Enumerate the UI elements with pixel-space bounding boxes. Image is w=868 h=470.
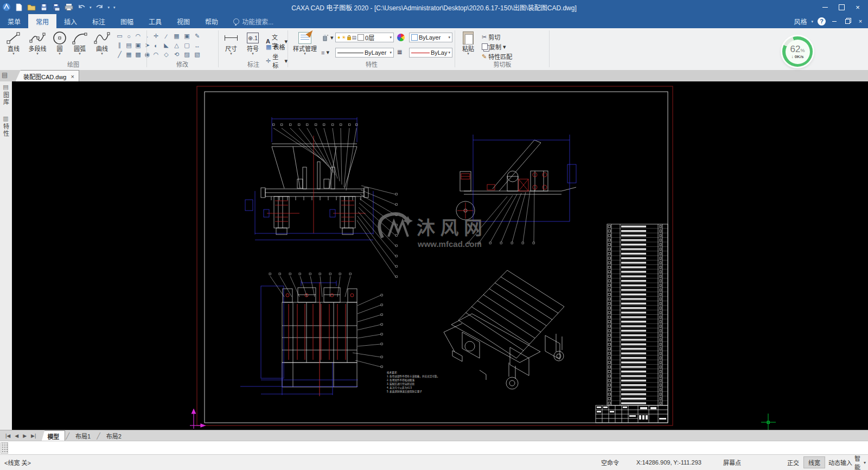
style-caret[interactable]: ▾ (811, 20, 813, 23)
paste-button[interactable]: 粘贴▾ (459, 30, 477, 55)
ortho-toggle[interactable]: 正交 (783, 455, 803, 470)
layer-combo[interactable]: ● ☀ ▤ 0层 ▾ (335, 33, 394, 42)
arc-small-icon[interactable]: ◠ (133, 31, 143, 41)
first-tab-button[interactable]: |◀ (5, 433, 10, 439)
polyline-button[interactable]: 多段线▾ (25, 30, 50, 55)
open-file-icon[interactable] (27, 3, 36, 11)
spray-button[interactable]: ▾ (321, 34, 334, 41)
doc-minimize-button[interactable] (830, 17, 839, 26)
screen-point-mode[interactable]: 屏幕点 (723, 455, 741, 470)
tab-view[interactable]: 视图 (169, 14, 197, 28)
explode-icon[interactable]: ▨ (182, 50, 192, 59)
line-button[interactable]: 直线▾ (3, 30, 24, 55)
rotate-icon[interactable]: ◐ (151, 41, 161, 50)
redo-caret[interactable]: ▾ (108, 5, 110, 9)
tab-annotate[interactable]: 标注 (85, 14, 113, 28)
sidebar-tab-library[interactable]: ▤ 图库 (0, 84, 11, 106)
ellipse-icon[interactable]: ○ (124, 31, 133, 41)
smart-snap-caret[interactable]: ▾ (864, 455, 866, 470)
array-icon[interactable]: ▦ (171, 31, 182, 41)
print-icon[interactable] (65, 3, 73, 11)
last-tab-button[interactable]: ▶| (31, 433, 36, 439)
color-combo[interactable]: ByLayer ▾ (409, 33, 452, 42)
arc-button[interactable]: 圆弧▾ (69, 30, 90, 55)
slash-icon[interactable]: ╱ (115, 50, 124, 59)
panel-icon[interactable]: ▤ (2, 71, 8, 79)
circle-button[interactable]: 圆▾ (51, 30, 68, 55)
edit-icon[interactable]: ✎ (192, 31, 202, 41)
curve-button[interactable]: 曲线▾ (91, 30, 113, 55)
tab-layout1[interactable]: 布局1 (70, 430, 96, 441)
lineweight-toggle-button[interactable]: ▦ (397, 49, 402, 55)
move-icon[interactable]: ✛ (151, 31, 161, 41)
parallel-icon[interactable]: ∥ (115, 41, 124, 50)
copy-button[interactable]: 复制▾ (482, 42, 506, 51)
menu-button[interactable]: 菜单 (0, 14, 28, 28)
tab-layout2[interactable]: 布局2 (101, 430, 127, 441)
prev-tab-button[interactable]: ◀ (15, 433, 18, 439)
undo-caret[interactable]: ▾ (90, 5, 92, 9)
document-tab-bar: ▤ 装配图CAD.dwg × (0, 70, 868, 82)
linestyle-menu-button[interactable]: ≡▾ (321, 49, 329, 56)
lineweight-caret[interactable]: ▾ (448, 50, 450, 55)
grid-icon[interactable]: ▦ (124, 50, 133, 59)
document-tab[interactable]: 装配图CAD.dwg × (15, 70, 79, 82)
save-icon[interactable] (40, 3, 48, 11)
qat-customize-caret[interactable]: ▾ (113, 5, 116, 9)
lineweight-combo[interactable]: ByLay ▾ (409, 48, 452, 58)
table-button[interactable]: ▦ 表格 (266, 42, 285, 51)
color-wheel-button[interactable] (397, 34, 405, 41)
sidebar-tab-properties[interactable]: ▥ 特性 (0, 115, 11, 137)
stretch-icon[interactable]: ↔ (192, 41, 202, 50)
linetype-caret[interactable]: ▾ (390, 50, 392, 55)
layer-caret[interactable]: ▾ (390, 35, 392, 40)
erase-icon[interactable]: ▧ (192, 50, 202, 59)
minimize-button[interactable] (817, 1, 833, 13)
command-input-area[interactable] (0, 441, 868, 455)
style-manager-button[interactable]: 样式管理▾ (291, 30, 319, 55)
redo-icon[interactable] (95, 3, 104, 11)
doc-restore-button[interactable] (843, 17, 852, 26)
cut-button[interactable]: ✂ 剪切 (482, 33, 500, 41)
tab-tools[interactable]: 工具 (141, 14, 169, 28)
next-tab-button[interactable]: ▶ (23, 433, 27, 439)
status-bar: <线宽 关> 空命令 X:14286.909, Y:-111.293 屏幕点 正… (0, 454, 868, 470)
dimension-button[interactable]: 尺寸▾ (221, 30, 241, 55)
trim-icon[interactable]: ∕ (161, 31, 171, 41)
tab-close-icon[interactable]: × (71, 73, 74, 80)
close-button[interactable]: × (850, 1, 866, 13)
undo-icon[interactable] (77, 3, 86, 11)
rotate2-icon[interactable]: ⟲ (171, 50, 182, 59)
function-search[interactable]: 功能搜索... (226, 14, 273, 28)
group-draw: 直线▾ 多段线▾ 圆▾ 圆弧▾ 曲线▾ ▭ ○ ◠ ∙ ∥ ▤ ▣ ➤ ╱ (0, 28, 146, 69)
help-icon[interactable]: ? (818, 17, 826, 26)
doc-close-button[interactable]: × (856, 17, 865, 26)
copy-move-icon[interactable]: ▣ (182, 31, 192, 41)
break-icon[interactable]: ◣ (161, 41, 171, 50)
tab-sheet[interactable]: 图幅 (113, 14, 141, 28)
drawing-canvas[interactable]: 技术要求: 1. 各传动部件不得有卡滞现象，并应灵活可靠。 2. 各紧固件不得松… (12, 81, 868, 430)
scale-icon[interactable]: ▢ (182, 41, 192, 50)
hatch-icon[interactable]: ▤ (124, 41, 133, 50)
toolbar-grip[interactable] (1, 442, 8, 454)
chamfer-icon[interactable]: ◇ (161, 50, 171, 59)
maximize-button[interactable] (833, 1, 850, 13)
tab-help[interactable]: 帮助 (197, 14, 226, 28)
mirror-icon[interactable]: △ (171, 41, 182, 50)
app-logo-icon[interactable] (2, 3, 11, 11)
solid-icon[interactable]: ▣ (133, 41, 143, 50)
symbol-button[interactable]: ⊕.1 符号▾ (243, 30, 263, 55)
lineweight-toggle[interactable]: 线宽 (803, 456, 825, 468)
color-caret[interactable]: ▾ (448, 35, 450, 40)
style-dropdown[interactable]: 风格 (794, 17, 807, 26)
tab-insert[interactable]: 插入 (56, 14, 85, 28)
save-all-icon[interactable] (52, 3, 61, 11)
download-progress-widget[interactable]: 62% ↓ 0K/s (782, 36, 814, 68)
tab-common[interactable]: 常用 (28, 14, 56, 28)
fillet-icon[interactable]: ◠ (151, 50, 161, 59)
new-file-icon[interactable] (15, 3, 23, 11)
linetype-combo[interactable]: ByLayer ▾ (335, 48, 394, 58)
pattern-icon[interactable]: ▩ (133, 50, 143, 59)
tab-model[interactable]: 模型 (41, 430, 65, 442)
rectangle-icon[interactable]: ▭ (115, 31, 124, 41)
